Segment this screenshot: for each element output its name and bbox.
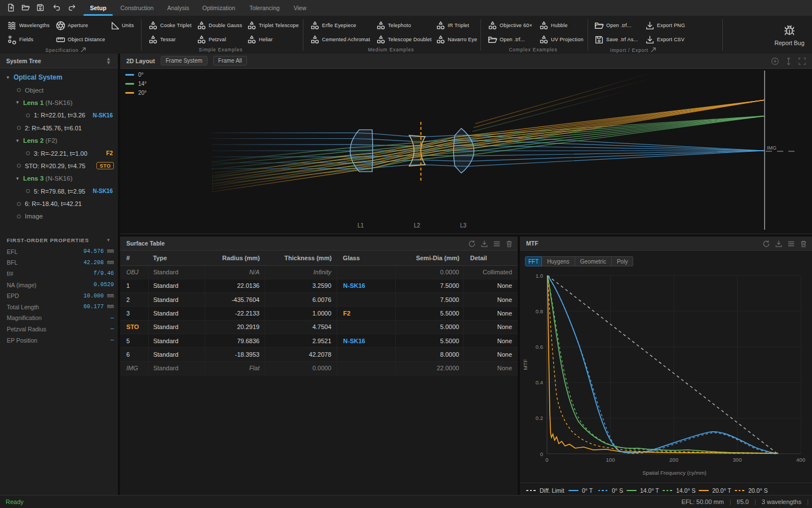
svg-text:100: 100 (606, 457, 615, 463)
svg-text:L3: L3 (460, 222, 467, 229)
svg-text:L2: L2 (414, 222, 421, 229)
svg-text:400: 400 (796, 457, 805, 463)
svg-text:200: 200 (669, 457, 678, 463)
svg-text:MTF: MTF (522, 359, 528, 370)
svg-text:Spatial Frequency (cy/mm): Spatial Frequency (cy/mm) (642, 470, 707, 476)
svg-text:0.8: 0.8 (536, 308, 543, 314)
svg-text:0: 0 (540, 451, 543, 457)
svg-text:0.4: 0.4 (536, 379, 543, 386)
svg-text:L1: L1 (358, 222, 364, 229)
svg-text:IMG: IMG (767, 145, 776, 151)
svg-text:0.6: 0.6 (536, 344, 543, 350)
svg-text:300: 300 (733, 457, 742, 463)
svg-text:0: 0 (545, 457, 548, 463)
svg-text:0.2: 0.2 (536, 415, 543, 421)
svg-text:1.0: 1.0 (536, 273, 543, 279)
